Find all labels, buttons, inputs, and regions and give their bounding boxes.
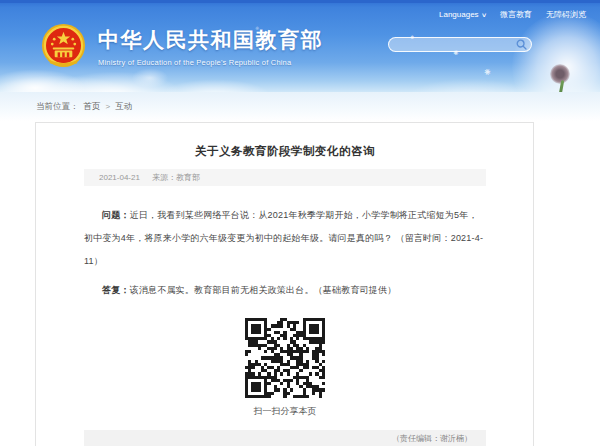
qr-section: 扫一扫分享本页 (84, 318, 486, 418)
breadcrumb-separator: > (106, 102, 111, 111)
dandelion-seed-icon: ⁕ (481, 65, 493, 80)
question-label: 问题： (102, 210, 130, 220)
search-bar (388, 37, 532, 52)
weiyan-link[interactable]: 微言教育 (500, 9, 532, 20)
header-links: Languages∨ 微言教育 无障碍浏览 (439, 9, 586, 20)
answer-label: 答复： (102, 285, 130, 295)
answer-paragraph: 答复：该消息不属实。教育部目前无相关政策出台。（基础教育司提供） (84, 279, 486, 302)
dandelion-core (550, 64, 570, 84)
accessibility-link[interactable]: 无障碍浏览 (546, 9, 586, 20)
breadcrumb-current-link[interactable]: 互动 (115, 101, 132, 113)
article-meta-bar: 2021-04-21 来源：教育部 (84, 169, 486, 186)
breadcrumb: 当前位置： 首页 > 互动 (36, 92, 132, 121)
site-subtitle: Ministry of Education of the People's Re… (98, 58, 323, 67)
article-panel: 关于义务教育阶段学制变化的咨询 2021-04-21 来源：教育部 问题：近日，… (35, 122, 534, 446)
national-emblem-icon (40, 23, 87, 70)
site-title: 中华人民共和国教育部 (98, 26, 323, 54)
question-text: 近日，我看到某些网络平台说：从2021年秋季学期开始，小学学制将正式缩短为5年，… (84, 210, 483, 266)
search-input[interactable] (397, 40, 515, 49)
languages-menu[interactable]: Languages∨ (439, 10, 486, 19)
qr-caption: 扫一扫分享本页 (84, 405, 486, 418)
question-paragraph: 问题：近日，我看到某些网络平台说：从2021年秋季学期开始，小学学制将正式缩短为… (84, 204, 486, 273)
qr-code (245, 318, 325, 398)
search-icon[interactable] (515, 39, 527, 51)
breadcrumb-band: 当前位置： 首页 > 互动 (0, 92, 600, 121)
site-header: ⁕ ⁕ ⁕ ⁕ 中华人民共和国教育部 Ministry of Education… (0, 0, 600, 92)
site-logo[interactable]: 中华人民共和国教育部 Ministry of Education of the … (40, 23, 323, 70)
answer-text: 该消息不属实。教育部目前无相关政策出台。（基础教育司提供） (130, 285, 397, 295)
header-top-strip (0, 0, 600, 3)
breadcrumb-label: 当前位置： (36, 101, 79, 113)
article-date: 2021-04-21 (99, 173, 140, 182)
editor-bar: （责任编辑：谢沂楠） (84, 430, 486, 446)
editor-note: （责任编辑：谢沂楠） (392, 434, 472, 443)
article-source: 来源：教育部 (152, 172, 200, 183)
breadcrumb-home-link[interactable]: 首页 (84, 101, 101, 113)
page-title: 关于义务教育阶段学制变化的咨询 (84, 144, 486, 159)
chevron-down-icon: ∨ (481, 11, 487, 18)
